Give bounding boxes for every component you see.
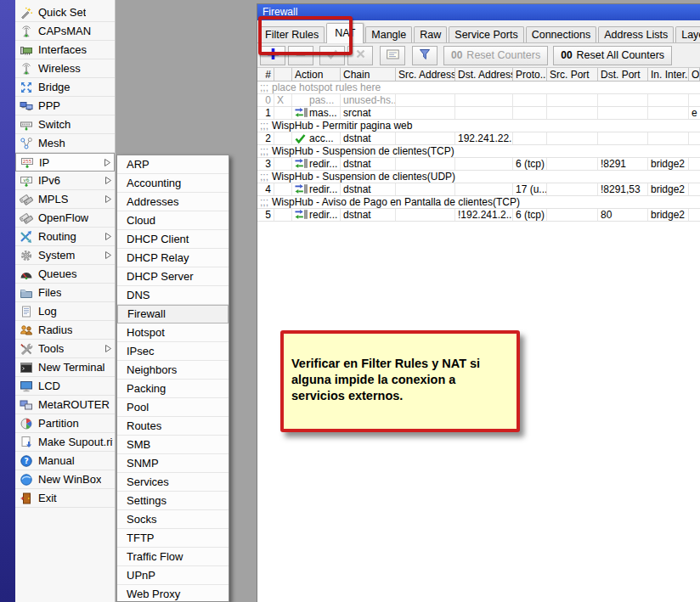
sidebar-item-label: Bridge xyxy=(38,81,71,93)
submenu-item-web-proxy[interactable]: Web Proxy xyxy=(117,585,229,602)
sidebar-item-make-supout-rif[interactable]: Make Supout.rif xyxy=(15,433,115,452)
submenu-item-upnp[interactable]: UPnP xyxy=(117,566,229,585)
sidebar-item-label: IPv6 xyxy=(38,174,60,187)
sidebar-item-switch[interactable]: Switch xyxy=(15,115,115,134)
submenu-item-smb[interactable]: SMB xyxy=(117,436,229,454)
submenu-item-ipsec[interactable]: IPsec xyxy=(117,342,229,361)
sidebar-item-label: CAPsMAN xyxy=(38,25,91,37)
tab-service-ports[interactable]: Service Ports xyxy=(449,26,523,42)
sidebar-item-system[interactable]: System xyxy=(15,246,115,265)
sidebar-item-partition[interactable]: Partition xyxy=(15,414,115,433)
comment-row[interactable]: ;;;place hotspot rules here xyxy=(257,82,700,94)
column-header-dst-address[interactable]: Dst. Address xyxy=(455,68,513,81)
column-header-src-address[interactable]: Src. Address xyxy=(396,68,455,81)
submenu-item-cloud[interactable]: Cloud xyxy=(117,211,229,230)
nat-rule-row[interactable]: 5redir...dstnat!192.241.2...6 (tcp)80bri… xyxy=(257,209,700,222)
sidebar-item-mesh[interactable]: Mesh xyxy=(15,134,115,153)
sidebar-item-exit[interactable]: Exit xyxy=(15,489,115,508)
submenu-item-addresses[interactable]: Addresses xyxy=(117,193,229,211)
tab-layer7-protocols[interactable]: Layer7 Protocols xyxy=(675,26,700,42)
submenu-arrow-icon xyxy=(104,192,112,207)
submenu-item-dhcp-server[interactable]: DHCP Server xyxy=(117,267,229,286)
filter-button[interactable] xyxy=(412,46,438,65)
tab-address-lists[interactable]: Address Lists xyxy=(598,26,674,42)
mesh-icon xyxy=(20,137,33,150)
tab-connections[interactable]: Connections xyxy=(526,26,597,42)
comment-icon xyxy=(387,49,399,62)
submenu-item-pool[interactable]: Pool xyxy=(117,398,229,417)
partition-icon xyxy=(20,417,33,430)
column-header-in-inter[interactable]: In. Inter... xyxy=(648,68,689,81)
sidebar-item-new-winbox[interactable]: New WinBox xyxy=(15,470,115,489)
sidebar-item-bridge[interactable]: Bridge xyxy=(15,78,115,97)
sidebar-item-log[interactable]: Log xyxy=(15,302,115,321)
column-header-chain[interactable]: Chain xyxy=(341,68,396,81)
submenu-item-dns[interactable]: DNS xyxy=(117,286,229,305)
sidebar-item-metarouter[interactable]: MetaROUTER xyxy=(15,396,115,414)
wireless-icon xyxy=(20,62,33,76)
submenu-item-dhcp-client[interactable]: DHCP Client xyxy=(117,230,229,249)
sidebar-item-label: LCD xyxy=(38,380,60,392)
sidebar-item-ip[interactable]: 255IP xyxy=(15,153,115,172)
sidebar-item-routing[interactable]: Routing xyxy=(15,228,115,246)
submenu-item-settings[interactable]: Settings xyxy=(117,492,229,510)
sidebar-item-manual[interactable]: ?Manual xyxy=(15,452,115,470)
sidebar-item-tools[interactable]: Tools xyxy=(15,340,115,358)
column-header-action[interactable]: Action xyxy=(292,68,341,81)
submenu-item-snmp[interactable]: SNMP xyxy=(117,454,229,473)
submenu-item-neighbors[interactable]: Neighbors xyxy=(117,361,229,380)
submenu-item-traffic-flow[interactable]: Traffic Flow xyxy=(117,548,229,566)
sidebar-item-ipv6[interactable]: v6IPv6 xyxy=(15,172,115,190)
submenu-item-arp[interactable]: ARP xyxy=(117,155,229,174)
nat-rule-row[interactable]: 3redir...dstnat6 (tcp)!8291bridge2 xyxy=(257,158,700,171)
column-header-src-port[interactable]: Src. Port xyxy=(547,68,598,81)
sidebar-item-files[interactable]: Files xyxy=(15,284,115,302)
comment-row[interactable]: ;;;WispHub - Suspension de clientes(TCP) xyxy=(257,145,700,158)
sidebar-item-radius[interactable]: Radius xyxy=(15,321,115,340)
firewall-window: Firewall Filter RulesNATMangleRawService… xyxy=(257,3,700,602)
winbox-icon xyxy=(20,473,33,487)
sidebar-item-queues[interactable]: Queues xyxy=(15,265,115,284)
submenu-item-socks[interactable]: Socks xyxy=(117,510,229,529)
comment-row[interactable]: ;;;WispHub - Suspension de clientes(UDP) xyxy=(257,171,700,183)
reset-counters-button[interactable]: 00 Reset Counters xyxy=(443,46,548,65)
submenu-item-routes[interactable]: Routes xyxy=(117,417,229,436)
tab-mangle[interactable]: Mangle xyxy=(365,26,412,42)
comment-row[interactable]: ;;;WispHub - Aviso de Pago en Pantalla d… xyxy=(257,196,700,209)
sidebar-item-interfaces[interactable]: Interfaces xyxy=(15,41,115,59)
nat-rule-row[interactable]: 1mas...srcnate xyxy=(257,107,700,120)
sidebar-item-label: MPLS xyxy=(38,193,68,205)
sidebar-item-capsman[interactable]: CAPsMAN xyxy=(15,22,115,41)
sidebar-item-new-terminal[interactable]: New Terminal xyxy=(15,358,115,377)
reset-all-counters-button[interactable]: 00 Reset All Counters xyxy=(553,46,672,65)
table-header-row: #ActionChainSrc. AddressDst. AddressProt… xyxy=(257,67,700,82)
ipv6-icon: v6 xyxy=(20,174,33,188)
submenu-item-tftp[interactable]: TFTP xyxy=(117,529,229,548)
submenu-arrow-icon xyxy=(104,229,112,245)
submenu-item-firewall[interactable]: Firewall xyxy=(117,305,229,324)
column-header-flag[interactable]: # xyxy=(257,68,274,81)
sidebar-item-openflow[interactable]: OpenFlow xyxy=(15,209,115,228)
comment-row[interactable]: ;;;WispHub - Permitir pagina web xyxy=(257,120,700,132)
submenu-item-hotspot[interactable]: Hotspot xyxy=(117,324,229,342)
sidebar-item-ppp[interactable]: PPP xyxy=(15,97,115,115)
tab-raw[interactable]: Raw xyxy=(414,26,447,42)
nat-rule-row[interactable]: 4redir...dstnat17 (u...!8291,53bridge2 xyxy=(257,183,700,196)
sidebar-item-label: MetaROUTER xyxy=(38,398,110,411)
submenu-item-packing[interactable]: Packing xyxy=(117,380,229,398)
nat-rule-row[interactable]: 2acc...dstnat192.241.22... xyxy=(257,132,700,145)
submenu-item-dhcp-relay[interactable]: DHCP Relay xyxy=(117,249,229,267)
column-header-dst-port[interactable]: Dst. Port xyxy=(598,68,648,81)
column-header-flag[interactable] xyxy=(274,68,292,81)
nat-rule-row[interactable]: 0Xpas...unused-hs... xyxy=(257,94,700,107)
submenu-item-services[interactable]: Services xyxy=(117,473,229,492)
submenu-item-accounting[interactable]: Accounting xyxy=(117,174,229,193)
comment-prefix: ;;; xyxy=(260,196,268,208)
column-header-proto[interactable]: Proto... xyxy=(513,68,547,81)
comment-button[interactable] xyxy=(380,46,405,65)
sidebar-item-lcd[interactable]: LCD xyxy=(15,377,115,396)
sidebar-item-mpls[interactable]: MPLS xyxy=(15,190,115,209)
column-header-o[interactable]: O xyxy=(689,68,700,81)
sidebar-item-wireless[interactable]: Wireless xyxy=(15,59,115,78)
sidebar-item-quick-set[interactable]: Quick Set xyxy=(15,3,115,22)
